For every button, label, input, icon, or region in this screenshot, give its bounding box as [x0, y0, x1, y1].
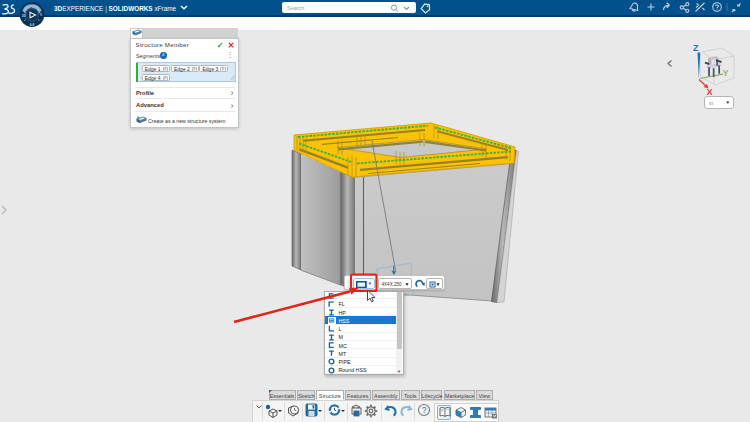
svg-text:?: ? [422, 405, 427, 415]
svg-text:Z: Z [693, 43, 699, 53]
svg-text:Y: Y [723, 68, 729, 78]
svg-text:X: X [707, 87, 713, 97]
